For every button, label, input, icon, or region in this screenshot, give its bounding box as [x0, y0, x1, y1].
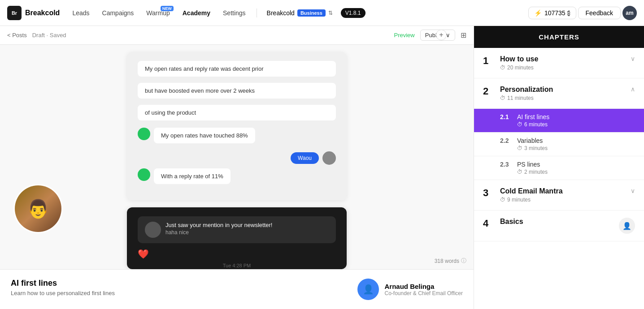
chapter-4-num: 4	[483, 218, 494, 229]
brand-logo[interactable]: Br Breakcold	[7, 6, 60, 20]
subchapter-2-3-info: PS lines ⏱ 2 minutes	[517, 161, 548, 175]
chat-bubble-1: My open rates and reply rate was decent …	[138, 61, 336, 77]
subchapter-2-2-time: ⏱ 3 minutes	[517, 145, 548, 151]
chat-bubble-5: With a reply rate of 11%	[154, 168, 231, 184]
lightning-icon: ⚡	[534, 9, 542, 17]
subchapter-2-3[interactable]: 2.3 PS lines ⏱ 2 minutes	[474, 156, 644, 180]
chapter-3-num: 3	[483, 187, 494, 199]
subchapter-2-1-time: ⏱ 6 minutes	[517, 121, 549, 128]
mention-bubble: Just saw your mention in your newsletter…	[138, 216, 336, 243]
chapter-1-info: How to use ⏱ 20 minutes	[500, 55, 538, 71]
chat-bubble-4: My open rates have touched 88%	[154, 128, 255, 143]
chat-bubble-2: but have boosted even more over 2 weeks	[138, 83, 336, 99]
chat-avatar	[138, 128, 150, 140]
dark-chat-inner: Just saw your mention in your newsletter…	[127, 207, 347, 269]
chat-row-reply-rate: With a reply rate of 11%	[138, 168, 336, 188]
new-badge: NEW	[161, 6, 174, 11]
nav-settings[interactable]: Settings	[218, 7, 251, 19]
chapter-1-num: 1	[483, 55, 494, 67]
clock-icon-2-1: ⏱	[517, 121, 522, 128]
nav-leads[interactable]: Leads	[67, 7, 95, 19]
face-placeholder: 👨	[15, 185, 61, 232]
chapter-3-row: 3 Cold Email Mantra ⏱ 9 minutes ∨	[483, 187, 635, 203]
instructor-name: Arnaud Belinga	[384, 283, 463, 290]
reply-avatar	[322, 151, 336, 165]
subchapter-2-2-info: Variables ⏱ 3 minutes	[517, 137, 548, 151]
chapter-2[interactable]: 2 Personalization ⏱ 11 minutes ∧	[474, 78, 644, 109]
clock-icon-2: ⏱	[500, 95, 505, 101]
add-tab-button[interactable]: +	[436, 30, 447, 40]
chapter-2-time: ⏱ 11 minutes	[500, 95, 553, 101]
chapter-3-chevron-icon[interactable]: ∨	[631, 187, 635, 194]
top-navigation: Br Breakcold Leads Campaigns Warmup NEW …	[0, 0, 644, 26]
back-to-posts[interactable]: < Posts	[7, 32, 27, 39]
mention-sub: haha nice	[165, 229, 272, 236]
dc-avatar	[145, 222, 161, 238]
chapter-4-left: 4 Basics	[483, 218, 523, 229]
nav-separator	[257, 9, 257, 17]
instructor-details: Arnaud Belinga Co-founder & Chief Email …	[384, 283, 463, 296]
nav-campaigns[interactable]: Campaigns	[97, 7, 139, 19]
chat-screenshot-dark: Just saw your mention in your newsletter…	[127, 207, 347, 269]
chapter-3[interactable]: 3 Cold Email Mantra ⏱ 9 minutes ∨	[474, 180, 644, 210]
nav-academy[interactable]: Academy	[177, 7, 216, 19]
plan-chevron-icon: ⇅	[328, 10, 333, 16]
main-layout: < Posts Draft · Saved Preview Publish ∨ …	[0, 26, 644, 309]
subchapter-2-1-left: 2.1 AI first lines ⏱ 6 minutes	[500, 113, 549, 128]
subchapter-2-2[interactable]: 2.2 Variables ⏱ 3 minutes	[474, 133, 644, 156]
draft-status: Draft · Saved	[32, 32, 66, 39]
chapter-1[interactable]: 1 How to use ⏱ 20 minutes ∨	[474, 48, 644, 78]
chapter-2-info: Personalization ⏱ 11 minutes	[500, 86, 553, 101]
chapter-4-row: 4 Basics 👤	[483, 218, 635, 234]
subchapter-2-2-title: Variables	[517, 137, 548, 144]
subchapter-2-3-time: ⏱ 2 minutes	[517, 169, 548, 175]
chapter-3-title: Cold Email Mantra	[500, 187, 563, 195]
layout-icon[interactable]: ⊞	[461, 31, 466, 39]
subchapter-2-1[interactable]: 2.1 AI first lines ⏱ 6 minutes	[474, 109, 644, 133]
chapter-3-time: ⏱ 9 minutes	[500, 197, 563, 203]
heart-reaction: ❤️	[138, 249, 336, 259]
chapter-2-num: 2	[483, 86, 494, 97]
info-icon: ⓘ	[461, 257, 466, 265]
chat-bubble-3: of using the product	[138, 105, 336, 120]
clock-icon-2-3: ⏱	[517, 169, 522, 175]
editor-topbar: < Posts Draft · Saved Preview Publish ∨ …	[0, 26, 474, 45]
breakcold-selector[interactable]: Breakcold Business ⇅	[262, 8, 337, 18]
content-area: < Posts Draft · Saved Preview Publish ∨ …	[0, 26, 474, 309]
lesson-description: Learn how to use personalized first line…	[11, 290, 115, 296]
mention-text-group: Just saw your mention in your newsletter…	[165, 222, 272, 236]
mention-text: Just saw your mention in your newsletter…	[165, 222, 272, 228]
chapter-2-left: 2 Personalization ⏱ 11 minutes	[483, 86, 553, 101]
chapter-4[interactable]: 4 Basics 👤	[474, 210, 644, 241]
feedback-button[interactable]: Feedback	[578, 7, 621, 19]
chapter-1-chevron-icon[interactable]: ∨	[631, 55, 635, 62]
lesson-details: AI first lines Learn how to use personal…	[11, 279, 115, 296]
word-count: 318 words ⓘ	[435, 257, 466, 265]
chapter-2-chevron-icon[interactable]: ∧	[631, 86, 635, 93]
chat-avatar-2	[138, 168, 150, 181]
nav-warmup[interactable]: Warmup NEW	[141, 7, 175, 19]
chapter-4-avatar: 👤	[619, 218, 635, 234]
chapters-header: CHAPTERS	[474, 26, 644, 48]
subchapter-2-1-num: 2.1	[500, 113, 513, 120]
chat-screenshot-light: My open rates and reply rate was decent …	[127, 52, 347, 200]
chapter-1-left: 1 How to use ⏱ 20 minutes	[483, 55, 538, 71]
subchapter-2-2-left: 2.2 Variables ⏱ 3 minutes	[500, 137, 548, 151]
waou-button[interactable]: Waou	[291, 152, 319, 164]
brand-name: Breakcold	[25, 9, 60, 17]
preview-button[interactable]: Preview	[394, 32, 415, 39]
lesson-info-bar: AI first lines Learn how to use personal…	[0, 269, 474, 309]
chat-row-reply: My open rates have touched 88%	[138, 128, 336, 147]
chapter-4-info: Basics	[500, 218, 523, 227]
chat-message-group: My open rates and reply rate was decent …	[138, 61, 336, 124]
subchapter-2-3-title: PS lines	[517, 161, 548, 168]
credits-display[interactable]: ⚡ 107735 ₿	[528, 7, 576, 19]
subchapter-2-3-num: 2.3	[500, 161, 513, 168]
subchapter-2-3-left: 2.3 PS lines ⏱ 2 minutes	[500, 161, 548, 175]
instructor-face-overlay: 👨	[13, 184, 63, 233]
avatar[interactable]: am	[622, 6, 637, 20]
product-name: Breakcold	[267, 9, 295, 17]
chapter-1-title: How to use	[500, 55, 538, 63]
subchapter-2-1-info: AI first lines ⏱ 6 minutes	[517, 113, 549, 128]
chapters-sidebar: CHAPTERS 1 How to use ⏱ 20 minutes ∨	[474, 26, 644, 309]
